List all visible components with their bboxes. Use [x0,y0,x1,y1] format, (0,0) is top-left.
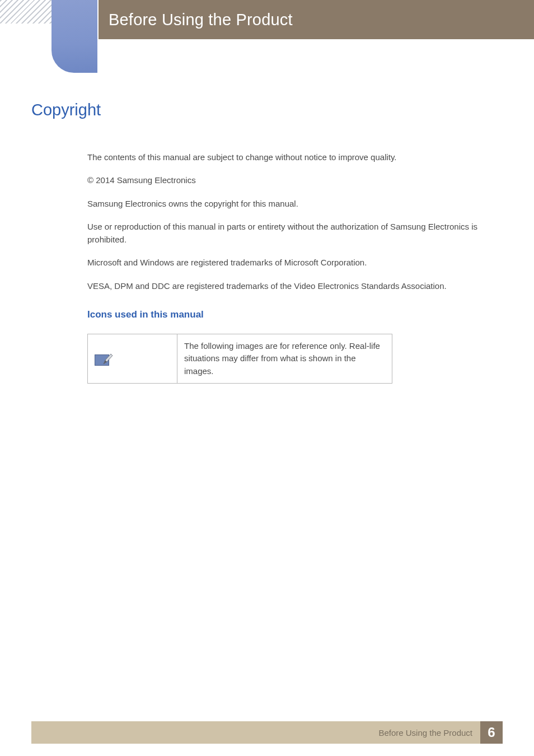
icon-cell [88,334,177,384]
page-footer: Before Using the Product 6 [31,721,503,744]
paragraph: VESA, DPM and DDC are registered tradema… [87,279,503,292]
chapter-header-bar: Before Using the Product [99,0,534,39]
footer-chapter-label: Before Using the Product [378,728,472,738]
icon-description: The following images are for reference o… [177,334,392,384]
note-icon [95,351,114,367]
icons-table: The following images are for reference o… [87,334,392,384]
page-number: 6 [480,721,503,744]
pen-icon [102,353,114,365]
section-heading: Copyright [31,101,503,119]
chapter-title: Before Using the Product [109,11,293,29]
page-content: Copyright The contents of this manual ar… [31,101,503,384]
paragraph: Use or reproduction of this manual in pa… [87,220,503,246]
paragraph: The contents of this manual are subject … [87,151,503,164]
paragraph: © 2014 Samsung Electronics [87,174,503,186]
subsection-heading: Icons used in this manual [87,309,503,320]
paragraph: Microsoft and Windows are registered tra… [87,256,503,269]
chapter-tab-decoration [51,0,97,73]
table-row: The following images are for reference o… [88,334,392,384]
body-text: The contents of this manual are subject … [87,151,503,292]
paragraph: Samsung Electronics owns the copyright f… [87,197,503,210]
